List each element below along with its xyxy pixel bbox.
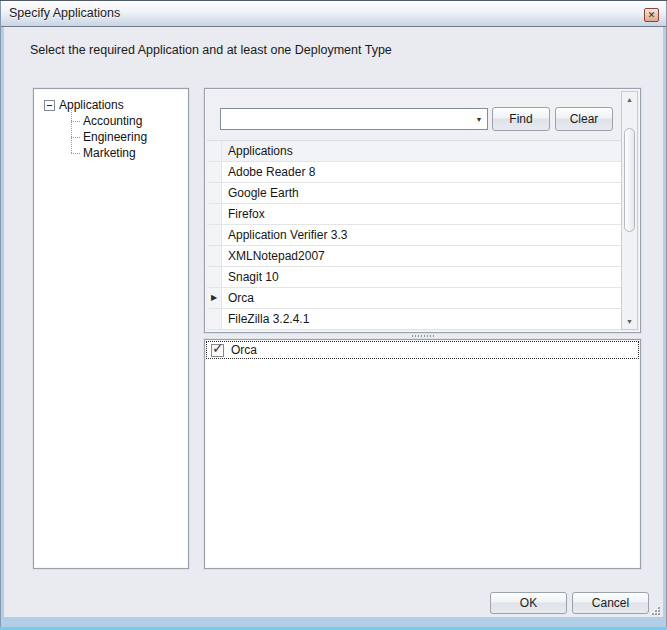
search-combobox[interactable]: ▼ (220, 108, 488, 130)
scroll-down-icon[interactable]: ▼ (622, 314, 637, 329)
table-row[interactable]: Google Earth (207, 183, 622, 204)
row-gutter (207, 309, 222, 329)
grid-header-label: Applications (222, 141, 622, 161)
row-gutter (207, 183, 222, 203)
row-label: Snagit 10 (222, 267, 622, 287)
table-row[interactable]: Firefox (207, 204, 622, 225)
row-label: FileZilla 3.2.4.1 (222, 309, 622, 329)
find-button[interactable]: Find (492, 107, 550, 131)
deployment-types-panel: ✓ Orca (204, 339, 641, 569)
grid-header-row: Applications (207, 141, 622, 162)
collapse-icon[interactable] (44, 100, 55, 111)
vertical-scrollbar[interactable]: ▲ ▼ (621, 91, 638, 330)
row-label: Orca (222, 288, 622, 308)
close-icon: ✕ (648, 10, 656, 20)
splitter-grip-icon (412, 335, 434, 337)
tree-node-applications[interactable]: Applications (44, 97, 188, 113)
applications-list-panel: ▼ Find Clear Applications Adobe Reader 8… (204, 88, 641, 333)
tree-children: Accounting Engineering Marketing (71, 113, 188, 161)
tree-node-marketing[interactable]: Marketing (71, 145, 188, 161)
row-label: XMLNotepad2007 (222, 246, 622, 266)
applications-tree-panel: Applications Accounting Engineering Mark… (33, 88, 189, 569)
resize-grip-icon[interactable] (650, 605, 660, 615)
table-row[interactable]: Snagit 10 (207, 267, 622, 288)
row-gutter (207, 225, 222, 245)
search-input[interactable] (224, 110, 471, 128)
table-row[interactable]: XMLNotepad2007 (207, 246, 622, 267)
row-gutter (207, 162, 222, 182)
cancel-button[interactable]: Cancel (572, 592, 649, 614)
scroll-up-icon[interactable]: ▲ (622, 92, 637, 107)
row-gutter (207, 204, 222, 224)
scrollbar-thumb[interactable] (624, 128, 635, 232)
row-gutter (207, 246, 222, 266)
instruction-text: Select the required Application and at l… (30, 43, 392, 57)
checkbox-label: Orca (231, 343, 257, 357)
orca-checkbox[interactable]: ✓ (211, 344, 224, 357)
grid-header-gutter (207, 141, 222, 161)
row-gutter (207, 267, 222, 287)
ok-button[interactable]: OK (490, 592, 567, 614)
check-icon: ✓ (212, 340, 224, 356)
list-item-orca[interactable]: ✓ Orca (206, 341, 639, 359)
tree-root-label: Applications (59, 98, 124, 112)
specify-applications-dialog: Specify Applications ✕ Select the requir… (0, 0, 667, 630)
title-bar: Specify Applications ✕ (1, 1, 666, 27)
row-label: Google Earth (222, 183, 622, 203)
table-row[interactable]: FileZilla 3.2.4.1 (207, 309, 622, 330)
row-label: Adobe Reader 8 (222, 162, 622, 182)
close-button[interactable]: ✕ (644, 8, 659, 22)
tree-node-accounting[interactable]: Accounting (71, 113, 188, 129)
chevron-down-icon[interactable]: ▼ (471, 116, 487, 123)
window-title: Specify Applications (9, 6, 120, 20)
clear-button[interactable]: Clear (555, 107, 613, 131)
table-row-selected[interactable]: ▶ Orca (207, 288, 622, 309)
applications-tree: Applications Accounting Engineering Mark… (34, 89, 188, 161)
tree-node-engineering[interactable]: Engineering (71, 129, 188, 145)
row-indicator-icon: ▶ (207, 288, 222, 308)
row-label: Application Verifier 3.3 (222, 225, 622, 245)
applications-grid: Applications Adobe Reader 8 Google Earth… (207, 140, 622, 330)
dialog-content: Select the required Application and at l… (4, 27, 663, 617)
table-row[interactable]: Adobe Reader 8 (207, 162, 622, 183)
row-label: Firefox (222, 204, 622, 224)
table-row[interactable]: Application Verifier 3.3 (207, 225, 622, 246)
